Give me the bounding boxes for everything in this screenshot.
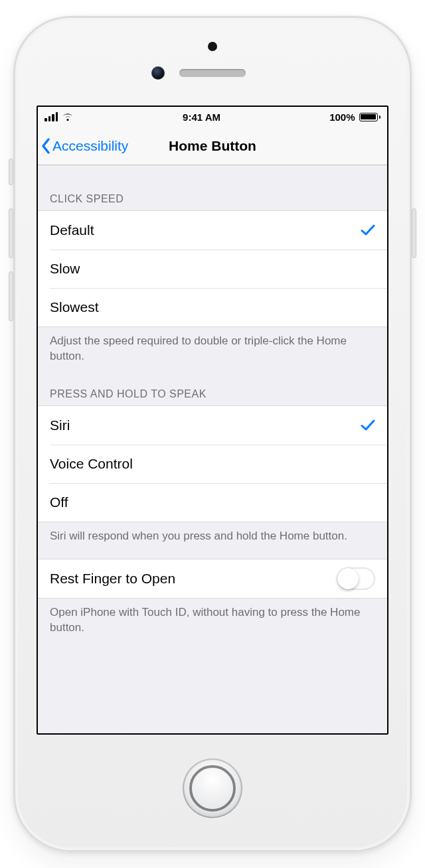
section-footer-press-hold: Siri will respond when you press and hol… bbox=[38, 522, 387, 549]
cellular-signal-icon bbox=[44, 112, 58, 121]
earpiece-speaker-icon bbox=[179, 69, 246, 77]
status-time: 9:41 AM bbox=[183, 111, 220, 123]
option-label: Default bbox=[50, 222, 94, 238]
home-button-ring-icon bbox=[189, 765, 236, 812]
iphone-device-frame: 9:41 AM 100% Accessibility Home Button C bbox=[13, 16, 412, 852]
click-speed-option-default[interactable]: Default bbox=[38, 211, 387, 250]
click-speed-option-slowest[interactable]: Slowest bbox=[38, 288, 387, 326]
rest-finger-toggle[interactable] bbox=[337, 567, 375, 590]
section-footer-rest-finger: Open iPhone with Touch ID, without havin… bbox=[38, 599, 387, 641]
rest-finger-group: Rest Finger to Open bbox=[38, 559, 387, 599]
press-hold-option-siri[interactable]: Siri bbox=[38, 406, 387, 445]
wifi-icon bbox=[62, 113, 74, 121]
back-button[interactable]: Accessibility bbox=[38, 138, 128, 154]
screen: 9:41 AM 100% Accessibility Home Button C bbox=[37, 106, 388, 735]
press-hold-group: Siri Voice Control Off bbox=[38, 405, 387, 522]
ring-silent-switch bbox=[9, 159, 13, 185]
section-footer-click-speed: Adjust the speed required to double or t… bbox=[38, 327, 387, 370]
click-speed-group: Default Slow Slowest bbox=[38, 210, 387, 327]
checkmark-icon bbox=[361, 419, 375, 432]
option-label: Slow bbox=[50, 261, 80, 277]
section-header-press-hold: PRESS AND HOLD TO SPEAK bbox=[38, 370, 387, 405]
navigation-bar: Accessibility Home Button bbox=[38, 127, 387, 165]
volume-up-button bbox=[9, 208, 13, 258]
page-title: Home Button bbox=[169, 138, 256, 154]
proximity-sensor-icon bbox=[208, 42, 217, 51]
side-power-button bbox=[412, 208, 416, 258]
option-label: Slowest bbox=[50, 299, 99, 315]
option-label: Voice Control bbox=[50, 456, 133, 472]
top-sensor-cluster bbox=[13, 16, 412, 106]
front-camera-icon bbox=[151, 66, 165, 80]
settings-content[interactable]: CLICK SPEED Default Slow Slowest bbox=[38, 165, 387, 733]
volume-down-button bbox=[9, 271, 13, 321]
battery-percent: 100% bbox=[329, 111, 355, 123]
chevron-left-icon bbox=[41, 138, 51, 154]
option-label: Siri bbox=[50, 417, 70, 433]
click-speed-option-slow[interactable]: Slow bbox=[38, 250, 387, 288]
section-header-click-speed: CLICK SPEED bbox=[38, 165, 387, 210]
press-hold-option-off[interactable]: Off bbox=[38, 483, 387, 522]
home-button[interactable] bbox=[183, 759, 242, 818]
rest-finger-label: Rest Finger to Open bbox=[50, 571, 175, 587]
back-label: Accessibility bbox=[52, 138, 128, 154]
option-label: Off bbox=[50, 494, 68, 510]
checkmark-icon bbox=[361, 224, 375, 237]
rest-finger-row: Rest Finger to Open bbox=[38, 559, 387, 598]
battery-icon bbox=[359, 113, 381, 121]
status-bar: 9:41 AM 100% bbox=[38, 107, 387, 127]
press-hold-option-voice-control[interactable]: Voice Control bbox=[38, 445, 387, 483]
